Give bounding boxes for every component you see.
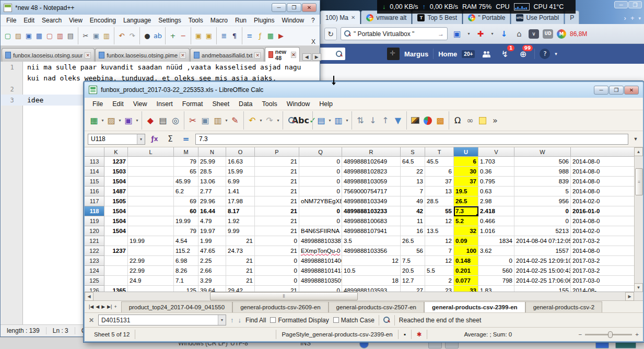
cell[interactable]: 37 xyxy=(454,177,478,187)
name-box[interactable]: U118 ▾ xyxy=(88,134,145,145)
new-tab-button[interactable]: + xyxy=(630,14,635,22)
cell[interactable]: 5 xyxy=(514,187,571,196)
cell[interactable]: 2014-08-04 07:12:05 xyxy=(514,236,571,246)
row-dropdown-icon[interactable]: ▾ xyxy=(327,118,332,123)
column-header[interactable]: N xyxy=(198,147,226,157)
npp-menu-search[interactable]: Search xyxy=(38,16,65,25)
cell[interactable] xyxy=(128,286,174,292)
cell[interactable]: 2.66 xyxy=(198,266,226,276)
select-all-corner[interactable] xyxy=(85,147,104,157)
npp-menu-encoding[interactable]: Encoding xyxy=(86,16,120,25)
cell[interactable] xyxy=(128,216,174,226)
cut-icon[interactable]: ✂ xyxy=(80,31,91,41)
export-pdf-icon[interactable]: ◆ xyxy=(144,114,157,127)
undo-icon[interactable]: ↶ xyxy=(246,114,259,127)
row-header[interactable]: 117 xyxy=(85,196,104,206)
cell[interactable]: 4.54 xyxy=(174,236,198,246)
cell[interactable]: 21 xyxy=(255,226,299,236)
cell[interactable]: 115.2 xyxy=(174,246,198,256)
cell[interactable]: 1504 xyxy=(104,206,128,216)
cell[interactable]: 155 xyxy=(514,286,571,292)
selection-mode-icon[interactable]: ▪ xyxy=(399,330,412,339)
cell[interactable]: 24.73 xyxy=(226,246,255,256)
cell[interactable]: 28.5 xyxy=(198,167,226,177)
cell[interactable]: 64.5 xyxy=(401,157,425,167)
account-caret-icon[interactable]: ▾ xyxy=(555,51,557,56)
function-list-icon[interactable]: ƒ xyxy=(255,31,265,41)
cell[interactable]: 2014-02-25 17:06:06 xyxy=(514,276,571,286)
npp-menu-settings[interactable]: Settings xyxy=(155,16,184,25)
close-file-icon[interactable]: ▢ xyxy=(44,31,55,41)
cell[interactable]: 2017-03-2 xyxy=(571,236,639,246)
row-header[interactable]: 115 xyxy=(85,177,104,187)
cell[interactable]: 6.98 xyxy=(174,256,198,266)
cell[interactable]: 22.99 xyxy=(128,266,174,276)
cell[interactable]: 24.9 xyxy=(128,276,174,286)
column-dropdown-icon[interactable]: ▾ xyxy=(345,118,349,123)
row-header[interactable]: 126 xyxy=(85,286,104,292)
column-header[interactable]: M xyxy=(174,147,198,157)
facebook-search-field[interactable] xyxy=(320,48,345,60)
cell[interactable]: 55 xyxy=(425,206,454,216)
cell[interactable]: 1487 xyxy=(104,187,128,196)
macro-icon[interactable]: ▶ xyxy=(276,31,286,41)
cell[interactable]: 1.99 xyxy=(198,236,226,246)
friend-requests-icon[interactable] xyxy=(479,47,493,61)
find-all-button[interactable]: Find All xyxy=(245,317,266,324)
cell[interactable]: 27 xyxy=(401,286,425,292)
calc-menu-sheet[interactable]: Sheet xyxy=(207,99,234,109)
cell[interactable]: B4N6SFIIRNA xyxy=(299,226,342,236)
cell[interactable]: 21 xyxy=(255,187,299,196)
show-symbols-icon[interactable]: ¶ xyxy=(229,31,240,41)
column-header[interactable]: T xyxy=(425,147,454,157)
tab-close-icon[interactable]: ✕ xyxy=(85,52,91,59)
cell[interactable]: 20.5 xyxy=(401,266,425,276)
calc-menu-file[interactable]: File xyxy=(88,99,108,109)
scroll-right-icon[interactable]: ▶ xyxy=(625,292,634,301)
cell[interactable]: 5.5 xyxy=(425,266,454,276)
cell[interactable]: 2014-08-0 xyxy=(571,187,639,196)
horizontal-scroll-thumb[interactable]: ⦀ xyxy=(210,292,358,300)
row-header[interactable]: 114 xyxy=(85,167,104,177)
cell[interactable]: 13.5 xyxy=(425,226,454,236)
hyperlink-icon[interactable]: ∞ xyxy=(464,114,476,127)
cell[interactable]: 7.5 xyxy=(401,256,425,266)
cell[interactable] xyxy=(128,177,174,187)
cell[interactable]: 1557 xyxy=(514,246,571,256)
tab-close-icon[interactable]: ✕ xyxy=(254,52,261,59)
cell[interactable]: 4899888103593 xyxy=(342,286,401,292)
cell[interactable]: 0.36 xyxy=(478,167,514,177)
sort-ascending-icon[interactable]: ↑ xyxy=(379,114,392,127)
cell[interactable]: 0 xyxy=(299,167,342,177)
cell[interactable]: 17.98 xyxy=(226,196,255,206)
copy-icon[interactable]: ▣ xyxy=(91,31,101,41)
cell[interactable]: 0 xyxy=(514,206,571,216)
cell[interactable] xyxy=(128,226,174,236)
sync-vertical-icon[interactable]: ▣ xyxy=(193,31,204,41)
calc-menu-edit[interactable]: Edit xyxy=(108,99,128,109)
sync-horizontal-icon[interactable]: ▣ xyxy=(204,31,214,41)
tab-scroll-left-icon[interactable]: ◀ xyxy=(302,53,311,61)
calc-menu-format[interactable]: Format xyxy=(178,99,208,109)
cell[interactable]: 1834 xyxy=(478,236,514,246)
cell[interactable]: 6 xyxy=(454,157,478,167)
document-close-x[interactable]: X xyxy=(311,38,315,45)
row-header[interactable]: 116 xyxy=(85,187,104,196)
column-header[interactable]: O xyxy=(226,147,255,157)
save-page-dropdown[interactable]: ▾ xyxy=(466,31,471,36)
notepad-tab[interactable]: new 48✕ xyxy=(265,47,299,62)
go-arrow-icon[interactable]: → xyxy=(438,30,444,38)
profile-name[interactable]: Margus xyxy=(404,50,428,58)
cell[interactable]: 13 xyxy=(425,187,454,196)
npp-menu-run[interactable]: Run xyxy=(231,16,250,25)
match-case-checkbox[interactable]: Match Case xyxy=(333,317,374,324)
cell[interactable]: 0.077 xyxy=(454,276,478,286)
column-header[interactable]: Q xyxy=(299,147,342,157)
cell[interactable]: 0.201 xyxy=(454,266,478,276)
cell[interactable] xyxy=(128,157,174,167)
sheet-nav-icon[interactable]: ▶ xyxy=(101,304,105,309)
cell[interactable]: 5.2 xyxy=(454,216,478,226)
cell[interactable]: 79 xyxy=(174,157,198,167)
cell[interactable]: 0 xyxy=(255,276,299,286)
cell[interactable]: 2.98 xyxy=(478,196,514,206)
